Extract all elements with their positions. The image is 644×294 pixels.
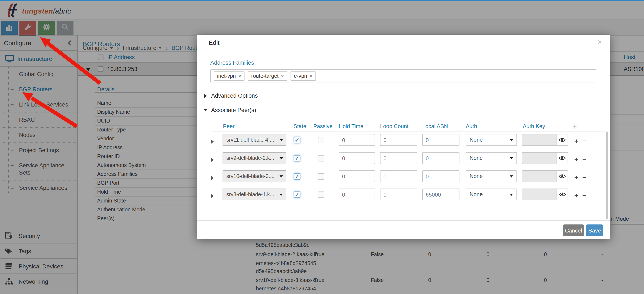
add-row-button[interactable]: + <box>574 137 578 145</box>
passive-checkbox[interactable]: ✓ <box>318 191 324 198</box>
hold-time-input[interactable] <box>339 152 375 164</box>
eye-icon[interactable] <box>556 171 568 182</box>
col-peer: Peer <box>223 123 234 129</box>
advanced-options-expand-icon[interactable] <box>204 94 207 98</box>
eye-icon[interactable] <box>556 134 568 145</box>
eye-icon[interactable] <box>556 153 568 164</box>
save-button[interactable]: Save <box>586 224 603 236</box>
peer-row-expand-icon[interactable] <box>211 158 214 162</box>
add-row-button[interactable]: + <box>574 155 578 164</box>
address-family-tag: e-vpn × <box>290 71 316 81</box>
modal-scrollbar-thumb[interactable] <box>606 131 608 219</box>
loop-count-input[interactable] <box>380 188 417 200</box>
peer-table-header: Peer State Passive Hold Time Loop Count … <box>197 123 610 130</box>
peer-row-expand-icon[interactable] <box>211 176 214 180</box>
peer-select[interactable]: srv11-dell-blade-4.... <box>222 134 286 146</box>
local-asn-input[interactable] <box>422 134 460 146</box>
top-accent-strip <box>0 0 644 1</box>
col-state: State <box>294 123 306 129</box>
edit-dialog: Edit × Address Families inet-vpn × route… <box>197 35 610 239</box>
peer-row: srv9-dell-blade-2.k... ✓ ✓ None <box>197 150 610 169</box>
address-family-tag: inet-vpn × <box>214 71 244 81</box>
chevron-down-icon <box>280 194 283 196</box>
chevron-down-icon <box>510 157 513 159</box>
close-icon[interactable]: × <box>598 38 602 47</box>
col-hold-time: Hold Time <box>339 123 364 129</box>
remove-tag-icon[interactable]: × <box>310 73 312 78</box>
hold-time-input[interactable] <box>339 134 375 146</box>
chevron-down-icon <box>280 157 283 159</box>
chevron-down-icon <box>510 139 513 141</box>
auth-select[interactable]: None <box>466 152 517 164</box>
remove-row-button[interactable]: − <box>582 191 586 200</box>
advanced-options-label[interactable]: Advanced Options <box>211 93 258 99</box>
remove-row-button[interactable]: − <box>582 173 586 182</box>
associate-peers-label[interactable]: Associate Peer(s) <box>211 107 256 113</box>
peer-row-expand-icon[interactable] <box>211 194 214 198</box>
peer-rows: srv11-dell-blade-4.... ✓ ✓ None <box>197 132 610 205</box>
col-auth: Auth <box>466 123 477 129</box>
passive-checkbox[interactable]: ✓ <box>318 137 324 143</box>
add-row-button[interactable]: + <box>574 173 578 182</box>
peer-select[interactable]: srv9-dell-blade-2.k... <box>222 152 286 164</box>
dialog-header: Edit × <box>197 35 610 51</box>
chevron-down-icon <box>280 175 283 178</box>
add-row-button[interactable]: + <box>574 191 578 200</box>
auth-select[interactable]: None <box>466 134 517 146</box>
chevron-down-icon <box>280 139 283 141</box>
auth-key-input[interactable] <box>522 152 568 164</box>
local-asn-input[interactable] <box>422 188 460 200</box>
remove-row-button[interactable]: − <box>582 137 586 145</box>
associate-peers-collapse-icon[interactable] <box>204 109 208 111</box>
peer-row: srv11-dell-blade-4.... ✓ ✓ None <box>197 132 610 150</box>
hold-time-input[interactable] <box>339 188 375 200</box>
peer-row-expand-icon[interactable] <box>211 140 214 144</box>
remove-tag-icon[interactable]: × <box>238 73 241 78</box>
hold-time-input[interactable] <box>339 170 375 182</box>
passive-checkbox[interactable]: ✓ <box>318 155 324 161</box>
passive-checkbox[interactable]: ✓ <box>318 173 324 179</box>
auth-key-input[interactable] <box>522 188 568 200</box>
local-asn-input[interactable] <box>422 152 460 164</box>
app-window: tungstenfabric <box>0 0 644 294</box>
state-checkbox[interactable]: ✓ <box>294 155 300 161</box>
state-checkbox[interactable]: ✓ <box>294 137 300 143</box>
address-families-input[interactable]: inet-vpn × route-target × e-vpn × <box>210 69 596 82</box>
eye-icon[interactable] <box>556 189 568 200</box>
peer-select[interactable]: srv10-dell-blade-3.... <box>222 170 286 182</box>
peer-select[interactable]: srv8-dell-blade-1.k... <box>222 188 286 200</box>
col-passive: Passive <box>313 123 332 129</box>
auth-select[interactable]: None <box>466 188 517 200</box>
chevron-down-icon <box>510 175 513 178</box>
chevron-down-icon <box>510 194 513 196</box>
peer-row: srv10-dell-blade-3.... ✓ ✓ None <box>197 169 610 187</box>
state-checkbox[interactable]: ✓ <box>294 191 300 198</box>
dialog-title: Edit <box>208 39 220 46</box>
auth-select[interactable]: None <box>466 170 517 182</box>
local-asn-input[interactable] <box>422 170 460 182</box>
col-loop-count: Loop Count <box>380 123 408 129</box>
loop-count-input[interactable] <box>380 134 417 146</box>
auth-key-input[interactable] <box>522 134 568 146</box>
col-local-asn: Local ASN <box>422 123 448 129</box>
cancel-button[interactable]: Cancel <box>563 224 584 236</box>
col-auth-key: Auth Key <box>523 123 545 129</box>
add-peer-button[interactable]: + <box>573 123 577 130</box>
divider <box>197 220 610 221</box>
divider <box>212 131 605 131</box>
loop-count-input[interactable] <box>380 152 417 164</box>
remove-row-button[interactable]: − <box>582 155 586 164</box>
address-family-tag: route-target × <box>248 71 287 81</box>
loop-count-input[interactable] <box>380 170 417 182</box>
auth-key-input[interactable] <box>522 170 568 182</box>
peer-row: srv8-dell-blade-1.k... ✓ ✓ None <box>197 187 610 205</box>
address-families-label: Address Families <box>210 60 254 66</box>
remove-tag-icon[interactable]: × <box>281 73 284 78</box>
state-checkbox[interactable]: ✓ <box>294 173 300 179</box>
